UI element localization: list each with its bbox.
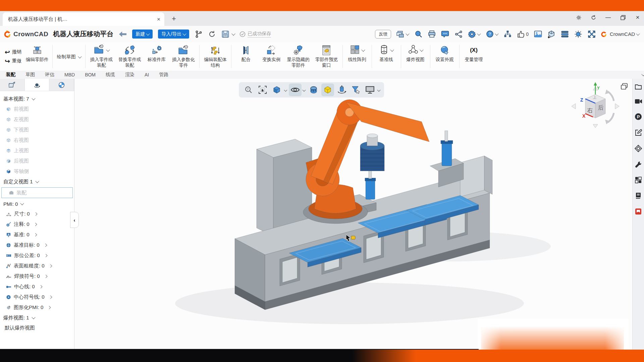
pmi-item-roughness[interactable]: 表面粗糙度: 0 bbox=[0, 261, 74, 271]
chevron-down-icon[interactable] bbox=[477, 32, 481, 35]
ribbon-item-standard-library[interactable]: 标准件库 bbox=[144, 42, 169, 71]
panel-tab-display[interactable] bbox=[49, 79, 74, 91]
browser-tab[interactable]: 机器人液压移动平台 | 机… × bbox=[3, 12, 164, 26]
fullscreen-icon[interactable] bbox=[588, 30, 596, 38]
like-icon[interactable] bbox=[517, 30, 525, 38]
view-orientation-button[interactable] bbox=[270, 83, 283, 96]
pmi-item-note[interactable]: 注释: 0 bbox=[0, 219, 74, 230]
tab-piping[interactable]: 管路 bbox=[159, 72, 168, 78]
pmi-item-dimension[interactable]: A 尺寸: 0 bbox=[0, 209, 74, 219]
tab-ai[interactable]: AI bbox=[145, 72, 149, 77]
ribbon-item-replace-part[interactable]: 替换零件或装配 bbox=[116, 42, 144, 71]
window-minimize-icon[interactable]: — bbox=[604, 14, 612, 21]
browser-refresh-icon[interactable] bbox=[590, 14, 597, 21]
tab-render[interactable]: 渲染 bbox=[125, 72, 135, 78]
window-close-icon[interactable]: × bbox=[634, 14, 641, 21]
undo-button[interactable]: ↩ 撤销 bbox=[5, 49, 21, 55]
tab-bom[interactable]: BOM bbox=[85, 72, 96, 77]
section-view-button[interactable] bbox=[307, 83, 320, 96]
edit-compose-icon[interactable] bbox=[635, 129, 642, 137]
3d-viewport[interactable]: ygon points="0,0" fill="none"/> bbox=[74, 79, 632, 350]
new-tab-button[interactable]: + bbox=[172, 14, 176, 23]
ribbon-collapse-chevron-icon[interactable] bbox=[641, 72, 644, 76]
chevron-down-icon[interactable] bbox=[232, 32, 235, 35]
share-icon[interactable] bbox=[454, 30, 463, 38]
exploded-view-item-default[interactable]: 默认爆炸视图 bbox=[0, 323, 74, 333]
cascade-windows-icon[interactable] bbox=[396, 30, 405, 38]
view-item-back[interactable]: 后视图 bbox=[0, 156, 74, 166]
ribbon-item-edit-assembly-structure[interactable]: 编辑装配体结构 bbox=[201, 42, 229, 71]
layers-list-icon[interactable] bbox=[561, 30, 569, 38]
ribbon-item-show-hidden[interactable]: 显示隐藏的零部件 bbox=[284, 42, 312, 71]
visibility-button[interactable] bbox=[289, 83, 302, 96]
import-export-button[interactable]: 导入/导出 bbox=[158, 29, 189, 39]
chevron-down-icon[interactable] bbox=[495, 32, 499, 35]
folder-icon[interactable] bbox=[635, 83, 642, 91]
pmi-item-centerline[interactable]: 中心线: 0 bbox=[0, 282, 74, 292]
ribbon-item-set-appearance[interactable]: 设置外观 bbox=[432, 42, 458, 71]
ribbon-item-variable-manager[interactable]: (X) 变量管理 bbox=[461, 42, 487, 71]
search-icon[interactable] bbox=[414, 30, 422, 38]
panel-collapse-handle[interactable]: ‹ bbox=[70, 212, 79, 228]
exploded-views-header[interactable]: 爆炸视图: 1 bbox=[0, 313, 74, 323]
zoom-area-button[interactable] bbox=[242, 83, 255, 96]
tab-evaluate[interactable]: 评估 bbox=[45, 72, 54, 78]
tab-sketch[interactable]: 草图 bbox=[25, 72, 35, 78]
chevron-down-icon[interactable] bbox=[284, 88, 287, 92]
chevron-down-icon[interactable] bbox=[406, 32, 410, 35]
ribbon-item-exploded-view[interactable]: 爆炸视图 bbox=[403, 42, 428, 71]
custom-views-header[interactable]: 自定义视图 1 bbox=[0, 177, 74, 187]
view-item-right[interactable]: 右视图 bbox=[0, 135, 74, 145]
feedback-button[interactable]: 反馈 bbox=[375, 30, 391, 39]
ribbon-item-mate[interactable]: 配合 bbox=[233, 42, 259, 71]
pmi-item-graphic-pmi[interactable]: 图形化PMI: 0 bbox=[0, 302, 74, 313]
back-arrow-icon[interactable] bbox=[119, 30, 127, 38]
wrench-icon[interactable] bbox=[635, 161, 642, 169]
help-icon[interactable]: ? bbox=[486, 30, 494, 38]
chevron-down-icon[interactable] bbox=[303, 88, 306, 92]
chat-icon[interactable] bbox=[441, 30, 449, 38]
pmi-item-center-mark[interactable]: 中心符号线: 0 bbox=[0, 292, 74, 302]
view-item-isometric[interactable]: 等轴侧 bbox=[0, 166, 74, 177]
image-icon[interactable] bbox=[534, 30, 542, 38]
red-book-icon[interactable] bbox=[635, 208, 642, 216]
window-restore-icon[interactable] bbox=[619, 14, 627, 21]
ribbon-item-insert-parametric[interactable]: 插入参数化零件 bbox=[169, 42, 198, 71]
export-view-icon[interactable] bbox=[547, 30, 555, 38]
view-cube[interactable]: 上 右 后 Z X Y bbox=[570, 82, 621, 132]
ribbon-item-linear-pattern[interactable]: 线性阵列 bbox=[344, 42, 370, 71]
pmi-item-weld-symbol[interactable]: 焊接符号: 0 bbox=[0, 271, 74, 282]
print-icon[interactable] bbox=[428, 30, 436, 38]
panel-tab-structure[interactable] bbox=[0, 79, 25, 91]
new-button[interactable]: 新建 bbox=[132, 29, 153, 39]
settings-gear-icon[interactable] bbox=[468, 30, 476, 38]
multi-view-windows-icon[interactable] bbox=[621, 83, 629, 92]
pmi-header[interactable]: PMI: 0 bbox=[0, 199, 74, 209]
redo-button[interactable]: ↪ 重做 bbox=[5, 58, 21, 64]
render-sun-icon[interactable] bbox=[574, 30, 582, 38]
ribbon-item-draw-sketch[interactable]: 绘制草图 bbox=[54, 42, 84, 71]
zoom-fit-button[interactable] bbox=[256, 83, 269, 96]
chevron-down-icon[interactable] bbox=[377, 88, 381, 92]
view-item-left[interactable]: 左视图 bbox=[0, 114, 74, 125]
parking-p-icon[interactable]: P bbox=[635, 113, 642, 122]
video-camera-icon[interactable] bbox=[635, 99, 642, 106]
tab-cable[interactable]: 线缆 bbox=[106, 72, 115, 78]
ribbon-item-edit-component[interactable]: 编辑零部件 bbox=[23, 42, 51, 71]
ribbon-item-component-preview[interactable]: 零部件预览窗口 bbox=[312, 42, 340, 71]
custom-view-item-assembly[interactable]: 装配 bbox=[1, 187, 73, 198]
ribbon-item-transform-instance[interactable]: 变换实例 bbox=[259, 42, 284, 71]
pmi-item-tolerance[interactable]: 形位公差: 0 bbox=[0, 250, 74, 261]
sync-refresh-icon[interactable] bbox=[208, 30, 216, 38]
version-branch-icon[interactable] bbox=[195, 30, 203, 38]
ribbon-item-datum-line[interactable]: 基准线 bbox=[374, 42, 399, 71]
panel-tab-views[interactable] bbox=[25, 79, 50, 91]
turntable-button[interactable] bbox=[335, 83, 348, 96]
view-item-front[interactable]: 前视图 bbox=[0, 104, 74, 114]
save-icon[interactable] bbox=[221, 30, 229, 38]
ribbon-item-insert-part[interactable]: 插入零件或装配 bbox=[87, 42, 115, 71]
view-item-top[interactable]: 上视图 bbox=[0, 145, 74, 156]
view-item-bottom[interactable]: 下视图 bbox=[0, 125, 74, 135]
browser-settings-gear-icon[interactable] bbox=[575, 14, 582, 21]
pmi-item-datum-target[interactable]: 基准目标: 0 bbox=[0, 240, 74, 250]
